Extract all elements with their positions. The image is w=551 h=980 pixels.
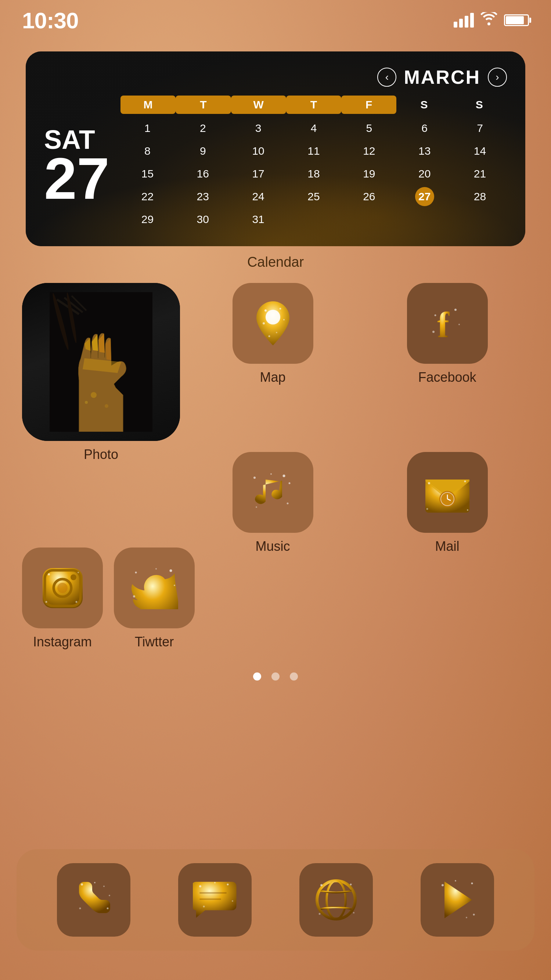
svg-point-58 <box>232 900 233 902</box>
svg-point-45 <box>170 569 172 572</box>
page-dot-3[interactable] <box>290 673 298 681</box>
mail-label: Mail <box>435 539 459 554</box>
cal-next-button[interactable]: › <box>488 68 507 87</box>
calendar-widget: ‹ MARCH › SAT 27 M T W T F S S 1 2 3 <box>26 51 525 246</box>
cal-cell[interactable]: 11 <box>304 142 323 161</box>
svg-point-50 <box>81 883 83 886</box>
svg-point-60 <box>214 882 216 883</box>
cal-cell[interactable]: 25 <box>304 187 323 206</box>
svg-point-10 <box>265 309 267 312</box>
svg-point-46 <box>135 571 137 573</box>
svg-point-49 <box>156 568 157 570</box>
cal-cell[interactable]: 19 <box>360 164 379 183</box>
svg-point-56 <box>199 885 201 888</box>
svg-point-23 <box>254 477 256 479</box>
cal-cell[interactable]: 28 <box>470 187 490 206</box>
svg-point-6 <box>85 401 88 404</box>
cal-cell[interactable]: 23 <box>193 187 212 206</box>
cal-cell[interactable]: 3 <box>249 119 268 138</box>
app-facebook[interactable]: f Facebook <box>365 283 529 441</box>
svg-point-54 <box>94 882 95 883</box>
cal-cell[interactable]: 17 <box>249 164 268 183</box>
cal-cell[interactable]: 10 <box>249 142 268 161</box>
dock-appstore[interactable] <box>421 863 494 937</box>
svg-point-19 <box>459 324 460 325</box>
svg-point-14 <box>276 332 277 333</box>
svg-point-51 <box>106 907 108 909</box>
cal-cell[interactable]: 30 <box>193 210 212 229</box>
svg-point-44 <box>45 601 47 603</box>
facebook-label: Facebook <box>418 370 476 385</box>
cal-cell[interactable]: 24 <box>249 187 268 206</box>
svg-point-43 <box>78 572 79 573</box>
dock-safari[interactable] <box>299 863 373 937</box>
svg-point-70 <box>319 913 321 915</box>
app-map[interactable]: Map <box>191 283 354 441</box>
svg-point-39 <box>57 583 68 593</box>
svg-point-40 <box>70 574 76 580</box>
instagram-label: Instagram <box>33 634 92 650</box>
cal-cell[interactable]: 20 <box>415 164 434 183</box>
cal-cell[interactable]: 14 <box>470 142 490 161</box>
battery-icon <box>504 14 529 26</box>
svg-point-55 <box>109 895 110 896</box>
cal-wd-sat: S <box>396 95 451 114</box>
dock-phone[interactable] <box>57 863 130 937</box>
svg-point-4 <box>91 392 97 398</box>
cal-cell[interactable]: 29 <box>138 210 157 229</box>
signal-icon <box>454 13 474 27</box>
cal-cell[interactable]: 2 <box>193 119 212 138</box>
cal-wd-fri: F <box>341 95 396 114</box>
app-music[interactable]: Music <box>191 452 354 610</box>
cal-cell[interactable]: 22 <box>138 187 157 206</box>
svg-point-47 <box>174 585 175 586</box>
status-icons <box>454 12 529 29</box>
svg-point-32 <box>428 482 430 484</box>
cal-wd-tue: T <box>176 95 231 114</box>
cal-month: MARCH <box>404 66 481 88</box>
cal-weekdays: M T W T F S S <box>121 95 507 114</box>
svg-point-35 <box>426 508 428 510</box>
cal-prev-button[interactable]: ‹ <box>377 68 396 87</box>
svg-point-33 <box>464 480 466 482</box>
cal-cell[interactable]: 31 <box>249 210 268 229</box>
calendar-label: Calendar <box>0 254 551 270</box>
svg-point-5 <box>105 404 108 408</box>
dock <box>16 849 535 951</box>
cal-cell[interactable]: 7 <box>470 119 490 138</box>
app-twitter[interactable]: Tiwtter <box>114 547 195 650</box>
cal-cell[interactable]: 21 <box>470 164 490 183</box>
map-label: Map <box>260 370 286 385</box>
cal-cell[interactable]: 26 <box>360 187 379 206</box>
cal-wd-thu: T <box>286 95 341 114</box>
svg-point-34 <box>467 509 468 511</box>
dock-messages[interactable] <box>178 863 252 937</box>
cal-cell[interactable]: 8 <box>138 142 157 161</box>
cal-cell-today[interactable]: 27 <box>415 187 434 206</box>
page-dots <box>0 673 551 681</box>
wifi-icon <box>481 12 497 29</box>
cal-cell[interactable]: 4 <box>304 119 323 138</box>
page-dot-2[interactable] <box>272 673 279 681</box>
cal-cell[interactable]: 16 <box>193 164 212 183</box>
cal-date-big: SAT 27 <box>44 103 110 232</box>
app-row-2: Instagram T <box>22 547 195 650</box>
svg-point-59 <box>203 905 205 907</box>
app-instagram[interactable]: Instagram <box>22 547 103 650</box>
svg-point-53 <box>79 907 81 909</box>
page-dot-1[interactable] <box>253 673 261 681</box>
cal-cell[interactable]: 6 <box>415 119 434 138</box>
cal-cell[interactable]: 15 <box>138 164 157 183</box>
app-mail[interactable]: Mail <box>365 452 529 610</box>
cal-cell[interactable]: 5 <box>360 119 379 138</box>
cal-cell[interactable]: 1 <box>138 119 157 138</box>
cal-cell[interactable]: 18 <box>304 164 323 183</box>
cal-cell[interactable]: 12 <box>360 142 379 161</box>
svg-point-15 <box>268 336 270 337</box>
svg-point-41 <box>48 573 50 576</box>
cal-cell[interactable]: 9 <box>193 142 212 161</box>
svg-point-22 <box>288 482 290 484</box>
svg-point-21 <box>283 475 285 477</box>
svg-point-73 <box>473 914 475 916</box>
cal-cell[interactable]: 13 <box>415 142 434 161</box>
